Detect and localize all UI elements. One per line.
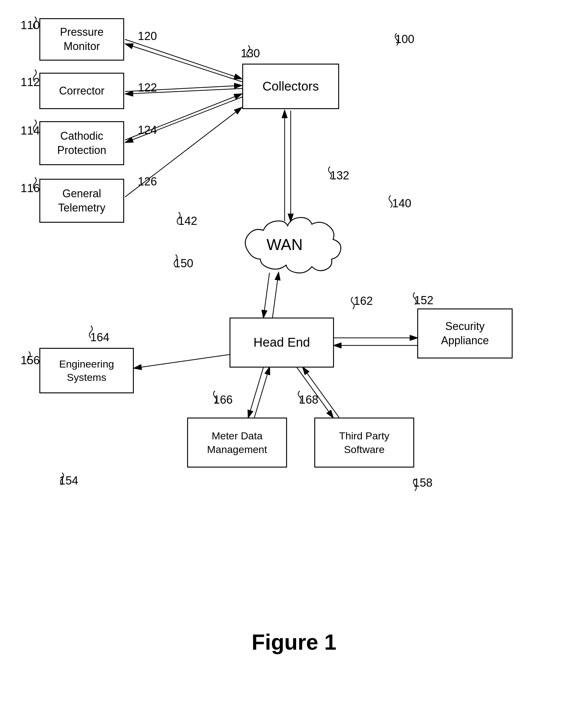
svg-line-16 [254, 367, 270, 417]
pressure-monitor-box: Pressure Monitor [39, 18, 124, 61]
collectors-box: Collectors [242, 64, 339, 109]
figure-title: Figure 1 [252, 630, 336, 654]
ref-114: 114 [21, 124, 40, 137]
svg-line-0 [125, 39, 241, 79]
svg-line-10 [264, 273, 270, 318]
ref-156: 156 [21, 354, 40, 367]
svg-text:WAN: WAN [267, 236, 302, 253]
general-telemetry-label: GeneralTelemetry [58, 187, 105, 215]
cathodic-protection-box: CathodicProtection [39, 121, 124, 165]
meter-data-management-box: Meter DataManagement [187, 417, 287, 468]
figure-caption: Figure 1 [0, 630, 588, 654]
ref-166: 166 [213, 393, 233, 406]
svg-line-15 [248, 367, 264, 417]
ref-154: 154 [59, 474, 78, 487]
ref-142: 142 [178, 215, 197, 228]
ref-124: 124 [138, 124, 157, 137]
ref-100: 100 [395, 33, 414, 46]
svg-line-14 [134, 354, 230, 368]
corrector-label: Corrector [59, 84, 104, 98]
ref-152: 152 [414, 294, 433, 307]
cathodic-protection-label: CathodicProtection [57, 129, 106, 158]
ref-110: 110 [21, 19, 40, 32]
ref-168: 168 [299, 393, 318, 406]
security-appliance-box: SecurityAppliance [417, 308, 512, 359]
ref-162: 162 [354, 294, 373, 308]
ref-120: 120 [138, 30, 157, 43]
third-party-software-box: Third Party Software [314, 417, 414, 468]
ref-132: 132 [330, 169, 349, 182]
ref-116: 116 [21, 182, 40, 195]
security-appliance-label: SecurityAppliance [441, 319, 489, 348]
diagram-container: WAN Pressure Monitor Corrector CathodicP… [0, 0, 588, 667]
general-telemetry-box: GeneralTelemetry [39, 179, 124, 223]
engineering-systems-box: EngineeringSystems [39, 348, 134, 393]
svg-line-18 [303, 367, 339, 417]
ref-164: 164 [90, 331, 109, 344]
pressure-monitor-label: Pressure Monitor [43, 25, 120, 54]
svg-line-17 [297, 367, 333, 417]
corrector-box: Corrector [39, 73, 124, 109]
ref-158: 158 [413, 476, 433, 489]
engineering-systems-label: EngineeringSystems [59, 357, 114, 384]
ref-112: 112 [21, 76, 40, 89]
third-party-software-label: Third Party Software [318, 429, 410, 456]
collectors-label: Collectors [262, 78, 319, 95]
svg-line-11 [273, 273, 278, 318]
meter-data-management-label: Meter DataManagement [207, 429, 267, 456]
svg-line-1 [126, 44, 242, 82]
head-end-label: Head End [253, 334, 310, 351]
ref-140: 140 [392, 197, 411, 210]
ref-150: 150 [174, 257, 193, 270]
head-end-box: Head End [230, 318, 334, 368]
ref-126: 126 [138, 175, 157, 188]
ref-130: 130 [241, 47, 260, 60]
ref-122: 122 [138, 81, 157, 94]
